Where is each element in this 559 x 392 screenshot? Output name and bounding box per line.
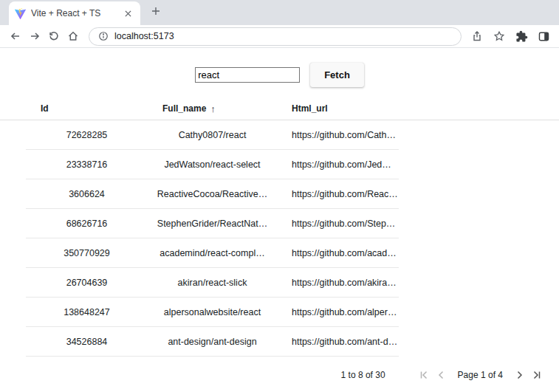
last-page-icon[interactable] <box>528 366 546 384</box>
table-row[interactable]: 72628285 Cathy0807/react https://github.… <box>26 120 399 150</box>
sort-ascending-icon[interactable]: ↑ <box>210 103 216 114</box>
cell-full-name: ReactiveCocoa/Reactive… <box>148 189 277 199</box>
cell-full-name: academind/react-compl… <box>148 248 277 258</box>
column-header-full-name[interactable]: Full_name ↑ <box>148 103 277 114</box>
extensions-puzzle-icon[interactable] <box>512 27 531 46</box>
cell-full-name: alpersonalwebsite/react <box>148 307 277 317</box>
tab-title: Vite + React + TS <box>31 8 121 18</box>
back-icon[interactable] <box>6 27 25 46</box>
table-row[interactable]: 350770929 academind/react-compl… https:/… <box>26 238 399 268</box>
cell-full-name: StephenGrider/ReactNat… <box>148 219 277 229</box>
share-icon[interactable] <box>467 27 487 46</box>
cell-full-name: Cathy0807/react <box>148 130 277 140</box>
table-header-row: Id Full_name ↑ Html_url <box>0 97 559 120</box>
cell-html-url: https://github.com/akira… <box>277 278 399 288</box>
column-header-html-url[interactable]: Html_url <box>277 103 399 114</box>
tab-strip: Vite + React + TS <box>0 0 559 25</box>
cell-html-url: https://github.com/Jed… <box>277 159 399 170</box>
column-header-id[interactable]: Id <box>26 103 148 114</box>
home-icon[interactable] <box>64 27 83 46</box>
previous-page-icon[interactable] <box>433 366 450 384</box>
site-info-icon[interactable] <box>98 31 109 41</box>
cell-id: 23338716 <box>26 159 148 170</box>
page-indicator-label: Page 1 of 4 <box>458 370 503 380</box>
cell-full-name: JedWatson/react-select <box>148 159 277 170</box>
cell-html-url: https://github.com/Reac… <box>277 189 399 199</box>
table-row[interactable]: 3606624 ReactiveCocoa/Reactive… https://… <box>26 179 399 209</box>
cell-id: 68626716 <box>26 219 148 229</box>
cell-id: 3606624 <box>26 189 148 199</box>
cell-html-url: https://github.com/ant-d… <box>277 337 399 347</box>
cell-id: 138648247 <box>26 307 148 317</box>
new-tab-button[interactable] <box>146 1 165 21</box>
first-page-icon[interactable] <box>415 366 433 384</box>
table-row[interactable]: 138648247 alpersonalwebsite/react https:… <box>26 298 399 327</box>
forward-icon[interactable] <box>25 27 44 46</box>
bookmark-star-icon[interactable] <box>490 27 509 46</box>
table-row[interactable]: 68626716 StephenGrider/ReactNat… https:/… <box>26 209 399 238</box>
cell-html-url: https://github.com/acad… <box>277 248 399 258</box>
search-controls: Fetch <box>0 63 559 87</box>
browser-toolbar: localhost:5173 <box>0 25 559 48</box>
reload-icon[interactable] <box>44 27 64 46</box>
table-row[interactable]: 34526884 ant-design/ant-design https://g… <box>26 327 399 357</box>
vite-logo-icon <box>15 8 26 19</box>
cell-id: 26704639 <box>26 278 148 288</box>
browser-tab[interactable]: Vite + React + TS <box>9 1 140 25</box>
repos-table: Id Full_name ↑ Html_url 72628285 Cathy08… <box>0 97 559 357</box>
next-page-icon[interactable] <box>510 366 528 384</box>
cell-html-url: https://github.com/Step… <box>277 219 399 229</box>
cell-html-url: https://github.com/Cath… <box>277 130 399 140</box>
table-row[interactable]: 26704639 akiran/react-slick https://gith… <box>26 268 399 298</box>
cell-full-name: akiran/react-slick <box>148 278 277 288</box>
cell-full-name: ant-design/ant-design <box>148 337 277 347</box>
tab-close-icon[interactable] <box>121 7 134 20</box>
row-range-label: 1 to 8 of 30 <box>341 370 385 380</box>
cell-id: 34526884 <box>26 337 148 347</box>
pagination-bar: 1 to 8 of 30 Page 1 of 4 <box>0 366 559 384</box>
address-bar[interactable]: localhost:5173 <box>89 27 462 46</box>
url-text[interactable]: localhost:5173 <box>114 31 174 41</box>
table-body: 72628285 Cathy0807/react https://github.… <box>26 120 399 357</box>
fetch-button[interactable]: Fetch <box>310 63 364 87</box>
cell-id: 350770929 <box>26 248 148 258</box>
search-input[interactable] <box>195 67 300 83</box>
table-row[interactable]: 23338716 JedWatson/react-select https://… <box>26 150 399 179</box>
cell-id: 72628285 <box>26 130 148 140</box>
side-panel-icon[interactable] <box>534 27 553 46</box>
cell-html-url: https://github.com/alper… <box>277 307 399 317</box>
